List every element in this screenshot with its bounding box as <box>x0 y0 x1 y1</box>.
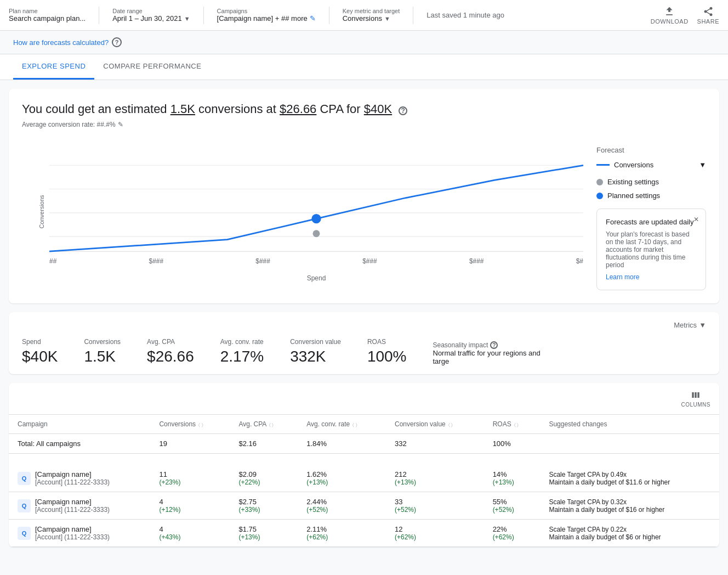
columns-button[interactable]: COLUMNS <box>681 390 710 408</box>
tab-explore-spend[interactable]: EXPLORE SPEND <box>13 54 94 80</box>
th-campaign: Campaign <box>9 415 150 434</box>
row3-avg-conv-rate: 2.11% (+62%) <box>298 520 386 547</box>
th-conversion-value: Conversion value 〈 〉 <box>386 415 484 434</box>
legend-title: Forecast <box>596 146 706 154</box>
headline: You could get an estimated 1.5K conversi… <box>22 102 706 116</box>
date-range-value: April 1 – Jun 30, 2021 ▼ <box>112 14 190 22</box>
row1-campaign: Q [Campaign name] [Account] (111-222-333… <box>9 465 150 492</box>
row1-conv-value: 212 (+13%) <box>386 465 484 492</box>
key-metric-value: Conversions ▼ <box>343 14 400 22</box>
tooltip-learn-more-link[interactable]: Learn more <box>606 273 639 281</box>
svg-text:$###: $### <box>576 257 583 265</box>
tab-compare-performance[interactable]: COMPARE PERFORMANCE <box>94 54 210 80</box>
chart-area: Conversions ### ### ### ### ### <box>22 142 583 290</box>
row2-campaign: Q [Campaign name] [Account] (111-222-333… <box>9 492 150 520</box>
row1-avg-cpa: $2.09 (+22%) <box>230 465 298 492</box>
date-range-dropdown-icon: ▼ <box>184 15 190 22</box>
metric-avg-conv-rate: Avg. conv. rate 2.17% <box>220 338 264 365</box>
y-axis-label: Conversions <box>38 195 45 228</box>
tooltip-close-button[interactable]: ✕ <box>693 216 699 223</box>
sort-conv-value-icon[interactable]: 〈 〉 <box>448 423 453 427</box>
x-axis-label: Spend <box>49 274 583 282</box>
legend-planned-settings: Planned settings <box>596 191 706 200</box>
campaign-icon: Q <box>18 527 31 540</box>
metrics-row: Spend $40K Conversions 1.5K Avg. CPA $26… <box>22 338 706 365</box>
plan-name-label: Plan name <box>9 8 86 14</box>
legend-existing-settings: Existing settings <box>596 178 706 186</box>
forecast-bar: How are forecasts calculated? ? <box>0 31 728 54</box>
header-divider-1 <box>99 7 99 24</box>
how-forecasts-link[interactable]: How are forecasts calculated? ? <box>13 37 715 47</box>
header: Plan name Search campaign plan... Date r… <box>0 0 728 31</box>
campaign-icon: Q <box>18 499 31 512</box>
table-row: Q [Campaign name] [Account] (111-222-333… <box>9 465 719 492</box>
total-roas: 100% <box>484 434 541 454</box>
row2-avg-conv-rate: 2.44% (+52%) <box>298 492 386 520</box>
total-suggested <box>540 434 719 454</box>
svg-text:$###: $### <box>469 257 484 265</box>
row3-conversions: 4 (+43%) <box>150 520 230 547</box>
forecast-tooltip: ✕ Forecasts are updated daily Your plan'… <box>596 208 706 290</box>
row3-campaign: Q [Campaign name] [Account] (111-222-333… <box>9 520 150 547</box>
metric-conversions: Conversions 1.5K <box>84 338 121 365</box>
campaigns-edit-icon[interactable]: ✎ <box>310 14 316 22</box>
headline-info-icon: ? <box>399 106 407 115</box>
metric-avg-cpa: Avg. CPA $26.66 <box>147 338 194 365</box>
campaigns-table: Campaign Conversions 〈 〉 Avg. CPA 〈 〉 Av… <box>9 415 719 547</box>
row1-conversions: 11 (+23%) <box>150 465 230 492</box>
header-actions: DOWNLOAD SHARE <box>651 6 719 25</box>
total-conv-value: 332 <box>386 434 484 454</box>
total-campaign-label: Total: All campaigns <box>9 434 150 454</box>
row2-suggested: Scale Target CPA by 0.32x Maintain a dai… <box>540 492 719 520</box>
avg-conversion-rate: Average conversion rate: ##.#% ✎ <box>22 121 706 128</box>
row3-suggested: Scale Target CPA by 0.22x Maintain a dai… <box>540 520 719 547</box>
row2-conv-value: 33 (+52%) <box>386 492 484 520</box>
header-divider-2 <box>203 7 204 24</box>
share-button[interactable]: SHARE <box>697 6 719 25</box>
sort-roas-icon[interactable]: 〈 〉 <box>514 423 519 427</box>
download-button[interactable]: DOWNLOAD <box>651 6 689 25</box>
plan-name-value: Search campaign plan... <box>9 14 86 22</box>
row2-avg-cpa: $2.75 (+33%) <box>230 492 298 520</box>
date-range-label: Date range <box>112 8 190 14</box>
metrics-header: Metrics ▼ <box>22 321 706 329</box>
key-metric-field[interactable]: Key metric and target Conversions ▼ <box>343 8 400 22</box>
tooltip-body: Your plan's forecast is based on the las… <box>606 230 697 269</box>
date-range-field[interactable]: Date range April 1 – Jun 30, 2021 ▼ <box>112 8 190 22</box>
campaign-icon: Q <box>18 472 31 485</box>
share-icon <box>703 6 714 17</box>
th-conversions: Conversions 〈 〉 <box>150 415 230 434</box>
row3-conv-value: 12 (+62%) <box>386 520 484 547</box>
sort-avg-conv-rate-icon[interactable]: 〈 〉 <box>352 423 357 427</box>
existing-settings-dot-icon <box>596 179 603 185</box>
metric-roas: ROAS 100% <box>367 338 407 365</box>
metrics-dropdown-icon[interactable]: ▼ <box>699 321 706 329</box>
info-icon: ? <box>112 37 122 47</box>
table-header-row: Campaign Conversions 〈 〉 Avg. CPA 〈 〉 Av… <box>9 415 719 434</box>
plan-name-field: Plan name Search campaign plan... <box>9 8 86 22</box>
row2-roas: 55% (+52%) <box>484 492 541 520</box>
row2-conversions: 4 (+12%) <box>150 492 230 520</box>
metric-conversion-value: Conversion value 332K <box>290 338 341 365</box>
legend-line-icon <box>596 164 610 166</box>
th-roas: ROAS 〈 〉 <box>484 415 541 434</box>
svg-text:$###: $### <box>49 257 57 265</box>
campaigns-field: Campaigns [Campaign name] + ## more ✎ <box>217 8 316 22</box>
metrics-section: Metrics ▼ Spend $40K Conversions 1.5K Av… <box>9 312 719 374</box>
row1-suggested: Scale Target CPA by 0.49x Maintain a dai… <box>540 465 719 492</box>
campaigns-label: Campaigns <box>217 8 316 14</box>
tooltip-title: Forecasts are updated daily <box>606 218 697 226</box>
metric-spend: Spend $40K <box>22 338 58 365</box>
svg-point-10 <box>313 230 320 237</box>
row1-avg-conv-rate: 1.62% (+13%) <box>298 465 386 492</box>
avg-rate-edit-icon[interactable]: ✎ <box>118 121 123 128</box>
sort-avg-cpa-icon[interactable]: 〈 〉 <box>269 423 274 427</box>
svg-text:$###: $### <box>255 257 270 265</box>
legend-metric-selector[interactable]: Conversions ▼ <box>596 161 706 169</box>
metric-seasonality: Seasonality impact ? Normal traffic for … <box>433 341 543 365</box>
total-avg-conv-rate: 1.84% <box>298 434 386 454</box>
sort-conversions-icon[interactable]: 〈 〉 <box>198 423 203 427</box>
svg-text:$###: $### <box>362 257 377 265</box>
planned-settings-dot-icon <box>596 193 603 199</box>
legend-dropdown-arrow-icon: ▼ <box>699 161 706 169</box>
